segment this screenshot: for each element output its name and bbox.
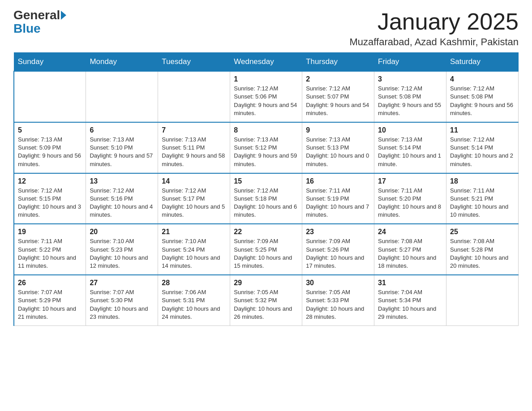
calendar-cell: 5Sunrise: 7:13 AM Sunset: 5:09 PM Daylig… (14, 122, 86, 173)
header-cell-wednesday: Wednesday (230, 53, 302, 72)
day-info: Sunrise: 7:12 AM Sunset: 5:17 PM Dayligh… (162, 187, 226, 219)
day-number: 11 (450, 126, 515, 134)
calendar-cell: 2Sunrise: 7:12 AM Sunset: 5:07 PM Daylig… (302, 71, 374, 122)
logo-arrow-icon (61, 11, 66, 20)
calendar-body: 1Sunrise: 7:12 AM Sunset: 5:06 PM Daylig… (14, 71, 519, 325)
day-number: 13 (90, 177, 154, 185)
day-info: Sunrise: 7:04 AM Sunset: 5:34 PM Dayligh… (378, 288, 442, 321)
calendar-cell: 28Sunrise: 7:06 AM Sunset: 5:31 PM Dayli… (158, 275, 230, 325)
day-info: Sunrise: 7:06 AM Sunset: 5:31 PM Dayligh… (162, 288, 226, 321)
calendar-cell: 7Sunrise: 7:13 AM Sunset: 5:11 PM Daylig… (158, 122, 230, 173)
calendar-cell: 19Sunrise: 7:11 AM Sunset: 5:22 PM Dayli… (14, 224, 86, 275)
day-number: 31 (378, 279, 442, 287)
calendar-cell: 25Sunrise: 7:08 AM Sunset: 5:28 PM Dayli… (446, 224, 519, 275)
calendar-week-5: 26Sunrise: 7:07 AM Sunset: 5:29 PM Dayli… (14, 275, 519, 325)
calendar-week-1: 1Sunrise: 7:12 AM Sunset: 5:06 PM Daylig… (14, 71, 519, 122)
day-number: 22 (234, 228, 298, 236)
calendar-cell (86, 71, 158, 122)
day-number: 27 (90, 279, 154, 287)
day-number: 5 (18, 126, 82, 134)
day-number: 9 (306, 126, 370, 134)
location-subtitle: Muzaffarabad, Azad Kashmir, Pakistan (350, 36, 519, 48)
header-cell-friday: Friday (374, 53, 446, 72)
day-info: Sunrise: 7:11 AM Sunset: 5:19 PM Dayligh… (306, 187, 370, 219)
day-number: 23 (306, 228, 370, 236)
calendar-cell: 31Sunrise: 7:04 AM Sunset: 5:34 PM Dayli… (374, 275, 446, 325)
day-info: Sunrise: 7:12 AM Sunset: 5:15 PM Dayligh… (18, 187, 82, 219)
calendar-cell: 14Sunrise: 7:12 AM Sunset: 5:17 PM Dayli… (158, 173, 230, 224)
calendar-cell: 18Sunrise: 7:11 AM Sunset: 5:21 PM Dayli… (446, 173, 519, 224)
calendar-cell: 27Sunrise: 7:07 AM Sunset: 5:30 PM Dayli… (86, 275, 158, 325)
calendar-week-2: 5Sunrise: 7:13 AM Sunset: 5:09 PM Daylig… (14, 122, 519, 173)
day-number: 10 (378, 126, 442, 134)
header-cell-sunday: Sunday (14, 53, 86, 72)
calendar-cell: 22Sunrise: 7:09 AM Sunset: 5:25 PM Dayli… (230, 224, 302, 275)
day-info: Sunrise: 7:12 AM Sunset: 5:14 PM Dayligh… (450, 136, 515, 168)
day-number: 28 (162, 279, 226, 287)
day-info: Sunrise: 7:12 AM Sunset: 5:08 PM Dayligh… (378, 85, 442, 117)
calendar-cell: 26Sunrise: 7:07 AM Sunset: 5:29 PM Dayli… (14, 275, 86, 325)
day-info: Sunrise: 7:11 AM Sunset: 5:20 PM Dayligh… (378, 187, 442, 219)
calendar-cell: 23Sunrise: 7:09 AM Sunset: 5:26 PM Dayli… (302, 224, 374, 275)
title-block: January 2025 Muzaffarabad, Azad Kashmir,… (350, 9, 519, 48)
day-number: 16 (306, 177, 370, 185)
day-number: 25 (450, 228, 515, 236)
day-number: 15 (234, 177, 298, 185)
day-info: Sunrise: 7:11 AM Sunset: 5:22 PM Dayligh… (18, 237, 82, 270)
day-info: Sunrise: 7:09 AM Sunset: 5:25 PM Dayligh… (234, 237, 298, 270)
day-info: Sunrise: 7:12 AM Sunset: 5:06 PM Dayligh… (234, 85, 298, 117)
day-number: 3 (378, 75, 442, 83)
calendar-cell: 24Sunrise: 7:08 AM Sunset: 5:27 PM Dayli… (374, 224, 446, 275)
calendar-week-3: 12Sunrise: 7:12 AM Sunset: 5:15 PM Dayli… (14, 173, 519, 224)
day-info: Sunrise: 7:13 AM Sunset: 5:10 PM Dayligh… (90, 136, 154, 168)
calendar-cell: 20Sunrise: 7:10 AM Sunset: 5:23 PM Dayli… (86, 224, 158, 275)
day-info: Sunrise: 7:10 AM Sunset: 5:23 PM Dayligh… (90, 237, 154, 270)
calendar-cell: 3Sunrise: 7:12 AM Sunset: 5:08 PM Daylig… (374, 71, 446, 122)
calendar-cell: 4Sunrise: 7:12 AM Sunset: 5:08 PM Daylig… (446, 71, 519, 122)
day-info: Sunrise: 7:09 AM Sunset: 5:26 PM Dayligh… (306, 237, 370, 270)
day-number: 24 (378, 228, 442, 236)
calendar-cell: 9Sunrise: 7:13 AM Sunset: 5:13 PM Daylig… (302, 122, 374, 173)
calendar-cell: 13Sunrise: 7:12 AM Sunset: 5:16 PM Dayli… (86, 173, 158, 224)
day-info: Sunrise: 7:12 AM Sunset: 5:18 PM Dayligh… (234, 187, 298, 219)
day-number: 30 (306, 279, 370, 287)
calendar-cell (14, 71, 86, 122)
day-info: Sunrise: 7:12 AM Sunset: 5:07 PM Dayligh… (306, 85, 370, 117)
day-number: 29 (234, 279, 298, 287)
calendar-week-4: 19Sunrise: 7:11 AM Sunset: 5:22 PM Dayli… (14, 224, 519, 275)
calendar-cell: 15Sunrise: 7:12 AM Sunset: 5:18 PM Dayli… (230, 173, 302, 224)
day-info: Sunrise: 7:13 AM Sunset: 5:14 PM Dayligh… (378, 136, 442, 168)
calendar-cell: 16Sunrise: 7:11 AM Sunset: 5:19 PM Dayli… (302, 173, 374, 224)
day-number: 1 (234, 75, 298, 83)
day-number: 20 (90, 228, 154, 236)
logo-blue-text: Blue (13, 21, 41, 36)
day-info: Sunrise: 7:08 AM Sunset: 5:27 PM Dayligh… (378, 237, 442, 270)
day-info: Sunrise: 7:13 AM Sunset: 5:09 PM Dayligh… (18, 136, 82, 168)
day-info: Sunrise: 7:13 AM Sunset: 5:13 PM Dayligh… (306, 136, 370, 168)
day-number: 18 (450, 177, 515, 185)
calendar-cell: 10Sunrise: 7:13 AM Sunset: 5:14 PM Dayli… (374, 122, 446, 173)
day-number: 7 (162, 126, 226, 134)
header-cell-saturday: Saturday (446, 53, 519, 72)
logo-general-text: General (13, 9, 60, 21)
calendar-cell: 17Sunrise: 7:11 AM Sunset: 5:20 PM Dayli… (374, 173, 446, 224)
day-info: Sunrise: 7:07 AM Sunset: 5:30 PM Dayligh… (90, 288, 154, 321)
calendar-cell: 21Sunrise: 7:10 AM Sunset: 5:24 PM Dayli… (158, 224, 230, 275)
header-row: SundayMondayTuesdayWednesdayThursdayFrid… (14, 53, 519, 72)
day-number: 4 (450, 75, 515, 83)
header-cell-monday: Monday (86, 53, 158, 72)
day-number: 2 (306, 75, 370, 83)
day-number: 26 (18, 279, 82, 287)
calendar-cell: 30Sunrise: 7:05 AM Sunset: 5:33 PM Dayli… (302, 275, 374, 325)
day-number: 12 (18, 177, 82, 185)
calendar-table: SundayMondayTuesdayWednesdayThursdayFrid… (13, 52, 519, 326)
day-info: Sunrise: 7:05 AM Sunset: 5:32 PM Dayligh… (234, 288, 298, 321)
logo: General Blue (13, 9, 67, 36)
month-year-title: January 2025 (350, 9, 519, 34)
calendar-cell: 6Sunrise: 7:13 AM Sunset: 5:10 PM Daylig… (86, 122, 158, 173)
day-number: 17 (378, 177, 442, 185)
calendar-cell (446, 275, 519, 325)
header-cell-tuesday: Tuesday (158, 53, 230, 72)
day-info: Sunrise: 7:12 AM Sunset: 5:08 PM Dayligh… (450, 85, 515, 117)
calendar-header: SundayMondayTuesdayWednesdayThursdayFrid… (14, 53, 519, 72)
